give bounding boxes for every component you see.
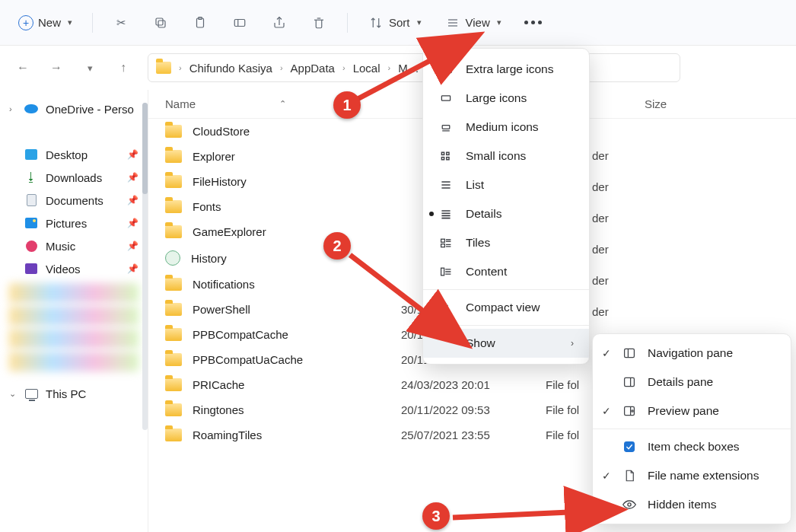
annotation-label: 3 [431,508,440,525]
view-menu: Extra large icons Large icons Medium ico… [422,48,590,365]
breadcrumb-part[interactable]: Chifundo Kasiya [189,62,272,75]
up-button[interactable]: ↑ [114,59,132,77]
menu-item-list[interactable]: List [423,170,589,199]
compact-icon [438,300,454,315]
svg-rect-33 [625,349,635,357]
share-button[interactable] [263,10,295,36]
new-button[interactable]: + New ▾ [11,11,80,35]
file-date: 24/03/2023 20:01 [401,378,546,391]
copy-button[interactable] [145,10,177,36]
svg-rect-29 [441,268,444,276]
submenu-item-extensions[interactable]: ✓ File name extensions [593,461,791,490]
selected-dot-icon [429,212,434,216]
menu-item-show[interactable]: Show › [423,329,589,358]
sidebar-item-thispc[interactable]: ⌄ This PC [0,382,148,405]
annotation-label: 1 [342,97,351,114]
menu-item-label: Compact view [466,301,540,314]
sidebar-item-downloads[interactable]: ⭳ Downloads 📌 [0,166,148,189]
svg-rect-8 [441,66,451,73]
svg-rect-0 [158,21,165,27]
column-name[interactable]: Name⌃ [165,97,401,110]
folder-icon [156,62,171,74]
check-icon: ✓ [602,347,611,359]
menu-item-label: Details [466,207,501,221]
rename-icon [231,14,248,31]
view-button[interactable]: View ▾ [437,10,509,36]
svg-rect-14 [447,152,449,155]
delete-button[interactable] [303,10,335,36]
folder-icon [165,175,182,188]
view-label: View [466,16,490,29]
sidebar-item-onedrive[interactable]: › OneDrive - Perso [0,97,148,120]
submenu-item-label: Details pane [648,375,713,389]
file-name: Ringtones [193,403,244,416]
sidebar-scrollbar-thumb[interactable] [142,103,148,194]
menu-item-medium-icons[interactable]: Medium icons [423,113,589,142]
back-button[interactable]: ← [14,59,32,77]
breadcrumb-part[interactable]: AppData [291,62,335,75]
sidebar-item-videos[interactable]: Videos 📌 [0,257,148,280]
menu-item-small-icons[interactable]: Small icons [423,142,589,170]
menu-item-label: List [466,178,484,192]
folder-icon [165,378,182,391]
menu-item-label: Content [466,265,507,279]
breadcrumb[interactable]: › Chifundo Kasiya › AppData › Local › M… [148,53,680,82]
sidebar-item-pictures[interactable]: Pictures 📌 [0,212,148,234]
sidebar-item-label: Pictures [46,217,87,230]
check-icon: ✓ [602,405,611,417]
sidebar-item-desktop[interactable]: Desktop 📌 [0,143,148,166]
blurred-item [9,283,139,303]
column-size[interactable]: Size [645,97,705,110]
forward-button[interactable]: → [47,59,65,77]
sidebar: › OneDrive - Perso Desktop 📌 ⭳ Downloads… [0,90,148,532]
chevron-right-icon: › [571,338,574,349]
partial-text: der [592,274,609,287]
recent-dropdown[interactable]: ▾ [81,59,99,77]
blurred-item [9,352,139,371]
rename-button[interactable] [224,10,256,36]
large-icons-icon [438,91,454,106]
svg-rect-35 [625,377,635,386]
file-date: 20/11/2022 09:53 [401,403,546,416]
menu-item-details[interactable]: Details [423,199,589,228]
menu-item-compact-view[interactable]: Compact view [423,293,589,322]
scissors-icon: ✂ [113,14,129,31]
svg-rect-23 [441,239,445,242]
menu-item-extra-large-icons[interactable]: Extra large icons [423,55,589,84]
submenu-item-label: Preview pane [648,404,719,418]
breadcrumb-part[interactable]: M… [398,62,419,75]
submenu-item-checkboxes[interactable]: Item check boxes [593,432,791,461]
chevron-right-icon: › [387,63,390,72]
submenu-item-navigation-pane[interactable]: ✓ Navigation pane [593,339,791,368]
music-icon [26,241,37,252]
file-name: PPBCompatCache [193,328,288,341]
more-button[interactable] [517,16,549,29]
paste-button[interactable] [184,10,216,36]
submenu-item-details-pane[interactable]: Details pane [593,368,791,397]
partial-text: der [592,180,609,193]
sort-asc-icon: ⌃ [279,99,286,109]
sidebar-item-documents[interactable]: Documents 📌 [0,189,148,212]
submenu-item-preview-pane[interactable]: ✓ Preview pane [593,397,791,425]
menu-item-label: Extra large icons [466,62,553,76]
toolbar: + New ▾ ✂ Sort ▾ View ▾ [0,0,796,46]
svg-rect-15 [447,158,449,160]
folder-icon [165,200,182,213]
sidebar-item-label: This PC [46,387,86,400]
menu-separator [593,428,791,429]
chevron-down-icon: ⌄ [9,389,17,399]
submenu-item-hidden-items[interactable]: Hidden items [593,490,791,519]
cut-button[interactable]: ✂ [105,10,137,36]
partial-text: der [592,243,609,256]
sidebar-item-music[interactable]: Music 📌 [0,234,148,257]
sort-button[interactable]: Sort ▾ [360,10,429,36]
menu-item-tiles[interactable]: Tiles [423,228,589,257]
breadcrumb-part[interactable]: Local [353,62,380,75]
chevron-right-icon: › [9,104,17,113]
file-extension-icon [622,468,637,483]
sidebar-item-label: Music [46,240,75,253]
extra-large-icons-icon [438,62,454,77]
menu-item-content[interactable]: Content [423,257,589,286]
menu-item-large-icons[interactable]: Large icons [423,84,589,113]
svg-rect-10 [442,126,450,129]
